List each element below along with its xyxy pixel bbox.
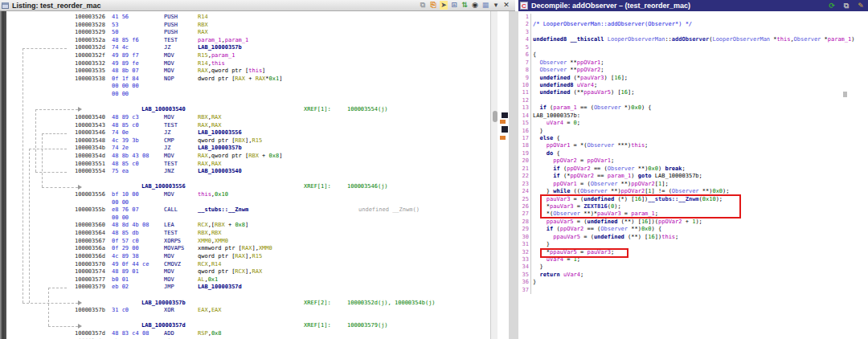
listing-row[interactable]: 1000035484c 39 3bCMPqword ptr [RBX],R15 <box>6 137 490 145</box>
listing-row[interactable]: 10000357b31 c0XOREAX,EAX <box>6 307 490 315</box>
code-line[interactable]: undefined8 __thiscall LooperObserverMan:… <box>533 36 868 43</box>
scrollbar-thumb[interactable] <box>493 111 497 122</box>
code-line[interactable]: ppOVar2 = ppOVar1; <box>533 157 868 165</box>
code-line[interactable]: if (ppOVar2 == (Observer **)0x0) { <box>533 226 868 233</box>
code-line[interactable]: { <box>533 51 868 59</box>
code-line[interactable]: LAB_10000357b: <box>533 112 868 120</box>
listing-row[interactable]: 10000357049 0f 44 ceCMOVZRCX,R14 <box>6 261 490 269</box>
line-number: 17 <box>519 135 530 142</box>
paste-icon[interactable]: ⎘ <box>429 1 437 10</box>
listing-row[interactable]: 10000357d48 83 c4 08ADDRSP,0x8 <box>6 330 490 338</box>
listing-row[interactable] <box>6 292 490 300</box>
listing-row[interactable]: 10000352641 56PUSHR14 <box>6 14 490 22</box>
listing-row[interactable]: 100003579eb 02JMPLAB_10000357d <box>6 284 490 292</box>
listing-row[interactable]: 10000356d4c 89 38MOVqword ptr [RAX],R15 <box>6 253 490 261</box>
code-line[interactable]: ppOVar1 = (Observer **)ppOVar2[1]; <box>533 181 868 188</box>
code-line[interactable]: uVar4 = 0; <box>533 120 868 127</box>
code-line[interactable]: undefined (**ppauVar5) [16]; <box>533 89 868 96</box>
jump-flow-line <box>23 48 67 49</box>
code-line[interactable]: ppauVar5 = (undefined (**) [16])this; <box>533 234 868 241</box>
code-line[interactable]: ppauVar5 = (undefined (**) [16])(ppOVar2… <box>533 219 868 226</box>
code-line[interactable]: undefined (*pauVar3) [16]; <box>533 75 868 82</box>
listing-row[interactable]: 00 00 <box>6 199 490 207</box>
cursor-location-icon[interactable]: ➤ <box>440 1 448 10</box>
decompile-body[interactable]: 1234567891011121314151617181920212223242… <box>518 11 868 339</box>
code-line[interactable]: return uVar4; <box>533 272 868 279</box>
listing-row[interactable]: 10000352f49 89 f7MOVR15,param_1 <box>6 52 490 60</box>
listing-row[interactable]: 1000035670f 57 c0XORPSXMM0,XMM0 <box>6 238 490 246</box>
listing-row[interactable]: 10000356a0f 29 00MOVAPSxmmword ptr [RAX]… <box>6 245 490 253</box>
code-line[interactable] <box>533 29 868 36</box>
listing-row[interactable]: 10000355148 85 c0TESTRAX,RAX <box>6 161 490 169</box>
listing-row[interactable]: 10000354048 89 c3MOVRBX,RAX <box>6 114 490 122</box>
line-number: 30 <box>519 234 530 241</box>
code-line[interactable]: if (*ppOVar2 == param_1) goto LAB_100003… <box>533 173 868 180</box>
close-icon[interactable]: ✕ <box>502 1 510 10</box>
listing-row[interactable]: 00 00 00 <box>6 83 490 91</box>
code-line[interactable]: else { <box>533 135 868 142</box>
code-line[interactable]: if (ppOVar2 == (Observer **)0x0) break; <box>533 165 868 173</box>
listing-row[interactable]: 00 00 <box>6 91 490 99</box>
listing-row[interactable]: 10000355475 eaJNZLAB_100003540 <box>6 168 490 176</box>
listing-row[interactable]: 10000354b74 2eJZLAB_10000357b <box>6 145 490 153</box>
listing-row[interactable]: 10000353548 8b 07MOVRAX,qword ptr [this] <box>6 67 490 76</box>
listing-row[interactable]: 10000352853PUSHRBX <box>6 22 490 30</box>
code-line[interactable]: do { <box>533 150 868 157</box>
listing-row[interactable]: 10000356048 8d 4b 08LEARCX,[RBX + 0x8] <box>6 222 490 230</box>
jump-arrowhead-icon <box>78 324 82 329</box>
code-line[interactable]: } <box>533 263 868 271</box>
copy-icon[interactable]: ⧉ <box>842 2 850 10</box>
panel-divider[interactable] <box>509 11 518 339</box>
listing-row[interactable]: 10000354348 85 c0TESTRAX,RAX <box>6 122 490 130</box>
copy-icon[interactable]: ⧉ <box>419 1 427 10</box>
code-line[interactable] <box>533 14 868 21</box>
listing-row[interactable]: 10000353249 89 feMOVR14,this <box>6 60 490 68</box>
listing-row[interactable]: 10000356448 85 dbTESTRBX,RBX <box>6 230 490 238</box>
listing-row[interactable]: 00 00 <box>6 214 490 223</box>
listing-row[interactable]: 100003556bf 10 00MOVthis,0x10 <box>6 191 490 199</box>
listing-row[interactable]: 100003577b0 01MOVAL,0x1 <box>6 276 490 284</box>
listing-toolbar: ⧉⎘➤⊞⇅◉▦▾✕ <box>419 1 510 10</box>
listing-row[interactable]: 10000357448 89 01MOVqword ptr [RCX],RAX <box>6 268 490 276</box>
code-line[interactable]: if (param_1 == (Observer *)0x0) { <box>533 104 868 112</box>
listing-row[interactable]: 10000354d48 8b 43 08MOVRAX,qword ptr [RB… <box>6 153 490 161</box>
overview-mark[interactable] <box>502 126 508 133</box>
listing-row[interactable]: 1000035380f 1f 84NOPdword ptr [RAX + RAX… <box>6 76 490 84</box>
code-line[interactable]: undefined8 uVar4; <box>533 82 868 89</box>
listing-scrollbar[interactable] <box>490 11 497 339</box>
listing-window-icon <box>2 2 9 9</box>
overview-mark[interactable] <box>500 120 506 124</box>
overview-mark[interactable] <box>500 136 506 140</box>
listing-row[interactable]: 10000354674 0eJZLAB_100003556 <box>6 129 490 137</box>
code-line[interactable]: } <box>533 128 868 135</box>
listing-row[interactable]: 10000352950PUSHRAX <box>6 29 490 37</box>
edit-icon[interactable]: ✎ <box>857 2 865 10</box>
listing-body[interactable]: 10000352641 56PUSHR1410000352853PUSHRBX1… <box>6 11 490 339</box>
overview-mark[interactable] <box>502 112 508 118</box>
line-number: 34 <box>519 263 530 271</box>
listing-row[interactable] <box>6 99 490 107</box>
refresh-icon[interactable]: ⟳ <box>828 2 836 10</box>
listing-row[interactable] <box>6 176 490 184</box>
margin-arrows-icon[interactable]: ⇅ <box>461 1 469 10</box>
code-line[interactable]: Observer **ppOVar1; <box>533 59 868 67</box>
listing-fields-icon[interactable]: ▦ <box>481 1 489 10</box>
code-line[interactable]: Observer **ppOVar2; <box>533 67 868 74</box>
decompile-title-bar[interactable]: C Decompile: addObserver – (test_reorder… <box>518 0 868 11</box>
diff-view-icon[interactable]: ⊞ <box>450 1 458 10</box>
code-line[interactable] <box>533 44 868 51</box>
listing-title-bar[interactable]: Listing: test_reorder_mac ⧉⎘➤⊞⇅◉▦▾✕ <box>0 0 515 11</box>
code-line[interactable] <box>533 97 868 104</box>
code-line[interactable]: } <box>533 279 868 286</box>
code-line[interactable] <box>533 287 868 294</box>
dropdown-arrow-icon[interactable]: ▾ <box>492 1 500 10</box>
code-line[interactable]: ppOVar1 = *(Observer ***)this; <box>533 142 868 149</box>
listing-row[interactable]: 10000352a48 85 f6TESTparam_1,param_1 <box>6 37 490 45</box>
listing-row[interactable]: 10000352d74 4cJZLAB_10000357b <box>6 44 490 52</box>
line-number: 4 <box>519 36 530 43</box>
ghidra-workspace: Listing: test_reorder_mac ⧉⎘➤⊞⇅◉▦▾✕ 1000… <box>0 0 868 339</box>
listing-row[interactable] <box>6 315 490 323</box>
code-line[interactable]: /* LooperObserverMan::addObserver(Observ… <box>533 21 868 28</box>
snapshot-icon[interactable]: ◉ <box>471 1 479 10</box>
listing-row[interactable]: 10000355be8 76 07CALL__stubs::__Znwmunde… <box>6 206 490 214</box>
